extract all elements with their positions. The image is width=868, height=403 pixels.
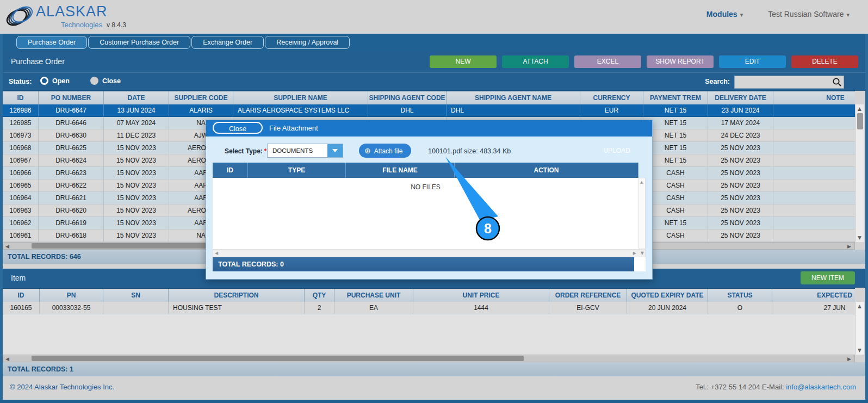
- new-item-button[interactable]: NEW ITEM: [801, 271, 855, 284]
- upload-button[interactable]: UPLOAD: [592, 144, 641, 158]
- cell: CASH: [643, 192, 708, 204]
- scroll-down-icon[interactable]: ▼: [641, 250, 644, 257]
- column-header-unit-price: UNIT PRICE: [413, 289, 549, 302]
- scroll-up-icon[interactable]: ▲: [640, 179, 643, 185]
- tab-receiving-approval[interactable]: Receiving / Approval: [265, 36, 350, 49]
- radio-open[interactable]: Open: [40, 77, 70, 85]
- cell: 15 NOV 2023: [104, 217, 169, 230]
- scrollbar-thumb[interactable]: [857, 113, 863, 129]
- column-header-purchase-unit: PURCHASE UNIT: [334, 289, 413, 302]
- cell: [773, 167, 855, 179]
- tab-purchase-order[interactable]: Purchase Order: [16, 36, 87, 49]
- email-link[interactable]: info@alaskartech.com: [786, 383, 856, 391]
- table-row[interactable]: 16016500033032-55HOUSING TEST2EA1444EI-G…: [3, 302, 855, 314]
- cell: NET 15: [643, 129, 708, 142]
- attach-file-button[interactable]: ⊕Attach file: [359, 144, 411, 158]
- radio-selected-icon: [40, 77, 48, 85]
- modules-menu[interactable]: Modules▾: [706, 10, 743, 18]
- cell: CASH: [643, 167, 708, 179]
- scroll-right-icon[interactable]: ▶: [633, 250, 636, 257]
- chevron-down-icon[interactable]: [327, 144, 343, 157]
- scrollbar-thumb[interactable]: [32, 356, 524, 361]
- modal-horizontal-scrollbar[interactable]: ◀ ▶ ▼: [213, 249, 646, 257]
- po-section-header: Purchase Order NEWATTACHEXCELSHOW REPORT…: [1, 51, 867, 72]
- po-vertical-scrollbar[interactable]: ▲ ▼: [855, 104, 864, 242]
- tab-customer-purchase-order[interactable]: Customer Purchase Order: [88, 36, 190, 49]
- required-asterisk: *: [264, 147, 267, 155]
- cell: O: [708, 302, 772, 314]
- cell: 1444: [413, 302, 549, 314]
- scroll-left-icon[interactable]: ◀: [5, 243, 9, 250]
- user-menu[interactable]: Test Russian Software▾: [768, 10, 850, 18]
- scroll-down-icon[interactable]: ▼: [858, 234, 861, 241]
- cell: NET 15: [643, 217, 708, 230]
- cell: EA: [334, 302, 413, 314]
- modal-total-value: 0: [280, 261, 284, 268]
- cell: 27 JUN: [772, 302, 855, 314]
- column-header-expected: EXPECTED: [772, 289, 855, 302]
- new-button[interactable]: NEW: [430, 55, 497, 68]
- cell: 25 NOV 2023: [708, 154, 773, 167]
- cell: 25 NOV 2023: [708, 204, 773, 217]
- column-header-supplier-code: SUPPLIER CODE: [169, 91, 233, 104]
- modal-table-header: IDTYPEFILE NAMEACTION: [213, 163, 638, 178]
- cell: DHL: [368, 104, 447, 117]
- scroll-left-icon[interactable]: ◀: [215, 250, 218, 257]
- cell: 15 NOV 2023: [104, 192, 169, 204]
- attach-button[interactable]: ATTACH: [502, 55, 569, 68]
- cell: DRU-6624: [39, 154, 104, 167]
- cell: DRU-6621: [39, 192, 104, 204]
- file-type-select[interactable]: DOCUMENTS: [267, 144, 343, 158]
- copyright-text: © 2024 Alaskar Technologies Inc.: [10, 383, 114, 391]
- search-input[interactable]: [735, 76, 835, 87]
- scroll-right-icon[interactable]: ▶: [847, 356, 851, 362]
- tab-exchange-order[interactable]: Exchange Order: [191, 36, 264, 49]
- column-header-delivery-date: DELIVERY DATE: [708, 91, 773, 104]
- cell: 106964: [3, 192, 39, 204]
- alaskar-logo-icon: [5, 3, 35, 29]
- cell: DRU-6646: [39, 117, 104, 129]
- scroll-down-icon[interactable]: ▼: [858, 347, 861, 354]
- modal-total-records-bar: TOTAL RECORDS: 0: [213, 257, 634, 271]
- cell: 106967: [3, 154, 39, 167]
- table-row[interactable]: 126986DRU-664713 JUN 2024ALARISALARIS AE…: [3, 104, 855, 117]
- cell: 25 NOV 2023: [708, 217, 773, 230]
- item-title: Item: [11, 274, 26, 282]
- excel-button[interactable]: EXCEL: [574, 55, 641, 68]
- scroll-right-icon[interactable]: ▶: [847, 243, 851, 250]
- cell: [773, 142, 855, 154]
- column-header-sn: SN: [103, 289, 169, 302]
- scroll-up-icon[interactable]: ▲: [858, 106, 861, 112]
- modal-close-button[interactable]: Close: [213, 122, 263, 134]
- search-icon[interactable]: [832, 77, 842, 87]
- cell: DRU-6618: [39, 230, 104, 242]
- frame-border-bottom: [0, 400, 868, 403]
- file-type-value: DOCUMENTS: [268, 144, 327, 157]
- cell: NET 15: [643, 142, 708, 154]
- column-header-supplier-name: SUPPLIER NAME: [233, 91, 368, 104]
- column-header-action: ACTION: [455, 163, 638, 178]
- scroll-left-icon[interactable]: ◀: [5, 356, 9, 362]
- cell: 13 JUN 2024: [104, 104, 169, 117]
- cell: DRU-6647: [39, 104, 104, 117]
- item-horizontal-scrollbar[interactable]: ◀ ▶: [3, 355, 855, 362]
- cell: 106962: [3, 217, 39, 230]
- select-type-label: Select Type:*: [225, 147, 266, 155]
- app-header: ALASKAR Technologies v 8.4.3 Modules▾ Te…: [0, 0, 868, 34]
- radio-close[interactable]: Close: [90, 77, 121, 85]
- no-files-text: NO FILES: [213, 183, 638, 191]
- item-table-header: IDPNSNDESCRIPTIONQTYPURCHASE UNITUNIT PR…: [3, 288, 855, 302]
- modal-vertical-scrollbar[interactable]: ▲: [638, 178, 646, 249]
- show-report-button[interactable]: SHOW REPORT: [647, 55, 714, 68]
- cell: [773, 129, 855, 142]
- cell: NET 15: [643, 154, 708, 167]
- scroll-up-icon[interactable]: ▲: [858, 303, 861, 309]
- column-header-note: NOTE: [773, 91, 855, 104]
- status-radio-group: Open Close: [40, 77, 121, 85]
- item-table-empty-area: [3, 314, 855, 355]
- item-vertical-scrollbar[interactable]: ▲ ▼: [855, 302, 864, 355]
- delete-button[interactable]: DELETE: [791, 55, 858, 68]
- edit-button[interactable]: EDIT: [719, 55, 786, 68]
- top-nav: Modules▾ Test Russian Software▾: [706, 10, 850, 18]
- status-row: Status: Open Close Search:: [1, 72, 867, 91]
